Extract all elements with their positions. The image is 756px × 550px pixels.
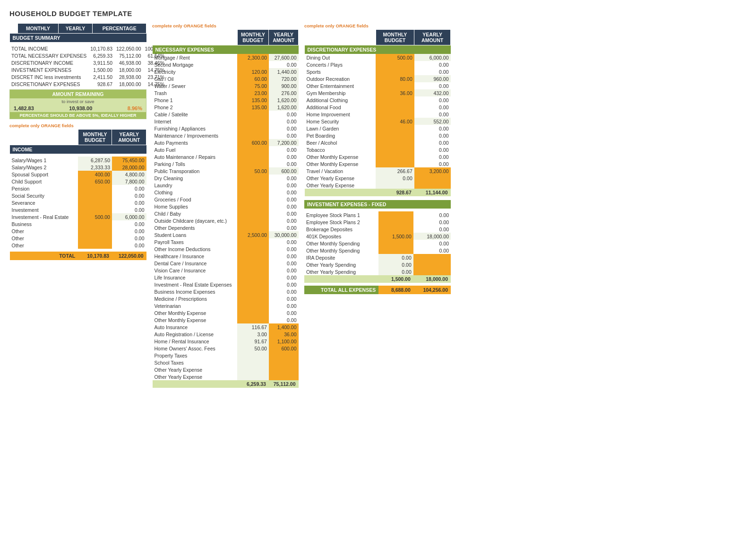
- income-row-ss: Social Security 0.00: [10, 192, 146, 199]
- main-layout: MONTHLY YEARLY PERCENTAGE BUDGET SUMMARY…: [9, 23, 747, 388]
- nec-subtotal-yearly: 75,112.00: [269, 380, 299, 388]
- income-yearly-header: YEARLYAMOUNT: [112, 130, 146, 145]
- nec-orange-highlight: ORANGE: [184, 23, 204, 28]
- remaining-box: AMOUNT REMAINING to invest or save 1,482…: [9, 89, 146, 119]
- disc-row-concerts: Concerts / Plays 0.00: [305, 61, 451, 68]
- nec-row-groceries: Groceries / Food 0.00: [153, 196, 299, 203]
- summary-row-income: TOTAL INCOME 10,170.83 122,050.00 100.00…: [9, 45, 166, 52]
- summary-income-label: TOTAL INCOME: [9, 45, 88, 52]
- income-total-row: TOTAL 10,170.83 122,050.00: [10, 252, 146, 260]
- remaining-monthly: 1,482.83: [14, 105, 34, 111]
- income-table: MONTHLYBUDGET YEARLYAMOUNT INCOME Salary…: [9, 129, 146, 260]
- summary-income-yearly: 122,050.00: [114, 45, 143, 52]
- total-all-expenses-row: TOTAL ALL EXPENSES 8,688.00 104,256.00: [304, 286, 451, 294]
- income-row-pension: Pension 0.00: [10, 185, 146, 192]
- summary-row-disc-inc: DISCRETIONARY INCOME 3,911.50 46,938.00 …: [9, 59, 166, 66]
- disc-row-tobacco: Tobacco 0.00: [305, 146, 451, 153]
- nec-row-income-ded: Other Income Deductions 0.00: [153, 245, 299, 253]
- nec-row-clothing: Clothing 0.00: [153, 189, 299, 196]
- disc-row-outdoor: Outdoor Recreation 80.00 960.00: [305, 75, 451, 82]
- income-title: INCOME: [10, 145, 146, 154]
- summary-monthly-header: MONTHLY: [18, 24, 58, 34]
- column-1: MONTHLY YEARLY PERCENTAGE BUDGET SUMMARY…: [9, 23, 146, 260]
- income-total-label: TOTAL: [10, 252, 78, 260]
- disc-row-other-yearly2: Other Yearly Expense: [305, 182, 451, 189]
- summary-row-invest: INVESTMENT EXPENSES 1,500.00 18,000.00 1…: [9, 66, 166, 73]
- income-row-salary1: Salary/Wages 1 6,287.50 75,450.00: [10, 157, 146, 164]
- income-section: complete only ORANGE fields MONTHLYBUDGE…: [9, 123, 146, 260]
- nec-row-maint: Maintenance / Improvements 0.00: [153, 132, 299, 139]
- income-row-spousal: Spousal Support 400.00 4,800.00: [10, 171, 146, 178]
- invest-row-ira: IRA Deposite 0.00: [304, 254, 451, 261]
- disc-orange-note: complete only ORANGE fields: [304, 23, 451, 28]
- nec-row-other-yearly2: Other Yearly Expense: [153, 373, 299, 380]
- income-orange-highlight: ORANGE: [41, 123, 61, 128]
- disc-row-other-yearly1: Other Yearly Expense 0.00: [305, 175, 451, 182]
- nec-row-mortgage2: Second Mortgage 0.00: [153, 61, 299, 68]
- investment-section: INVESTMENT EXPENSES - FIXED Employee Sto…: [304, 200, 451, 294]
- income-row-other1: Other 0.00: [10, 227, 146, 235]
- nec-row-cable: Cable / Satelite 0.00: [153, 111, 299, 118]
- invest-subtotal-row: 1,500.00 18,000.00: [304, 275, 451, 283]
- nec-row-school-tax: School Taxes: [153, 359, 299, 366]
- disc-row-lawn: Lawn / Garden 0.00: [305, 125, 451, 132]
- budget-summary-title: BUDGET SUMMARY: [10, 34, 146, 43]
- nec-row-autofuel: Auto Fuel 0.00: [153, 146, 299, 153]
- summary-row-discret-less: DISCRET INC less investments 2,411.50 28…: [9, 73, 166, 80]
- summary-income-monthly: 10,170.83: [88, 45, 114, 52]
- income-row-other2: Other 0.00: [10, 235, 146, 242]
- nec-row-dependents: Other Dependents 0.00: [153, 224, 299, 231]
- disc-row-security: Home Security 46.00 552.00: [305, 118, 451, 125]
- invest-row-brokerage: Brokerage Deposites 0.00: [304, 226, 451, 233]
- nec-row-laundry: Laundry 0.00: [153, 182, 299, 189]
- nec-row-other-monthly2: Other Monthly Expense 0.00: [153, 316, 299, 323]
- invest-row-other-yearly1: Other Yearly Spending 0.00: [304, 261, 451, 268]
- disc-monthly-header: MONTHLYBUDGET: [376, 30, 414, 45]
- invest-subtotal-monthly: 1,500.00: [378, 275, 413, 283]
- disc-orange-highlight: ORANGE: [336, 23, 356, 28]
- nec-row-gas: Gas / Oil 60.00 720.00: [153, 75, 299, 82]
- income-total-monthly: 10,170.83: [78, 252, 112, 260]
- nec-row-re-exp: Investment - Real Estate Expenses 0.00: [153, 281, 299, 288]
- nec-expenses-table: MONTHLYBUDGET YEARLYAMOUNT NECESSARY EXP…: [152, 29, 299, 388]
- disc-row-other-monthly1: Other Monthly Expense 0.00: [305, 153, 451, 160]
- invest-row-esp2: Employee Stock Plans 2 0.00: [304, 218, 451, 226]
- nec-row-auto-ins: Auto Insurance 116.67 1,400.00: [153, 323, 299, 331]
- nec-row-phone2: Phone 2 135.00 1,620.00: [153, 104, 299, 111]
- disc-row-add-clothing: Additional Clothing 0.00: [305, 96, 451, 104]
- total-all-expenses-label: TOTAL ALL EXPENSES: [304, 286, 378, 294]
- invest-subtotal-yearly: 18,000.00: [413, 275, 451, 283]
- nec-row-vision: Vision Care / Insurance 0.00: [153, 267, 299, 274]
- column-2: complete only ORANGE fields MONTHLYBUDGE…: [152, 23, 299, 388]
- remaining-note: PERCENTAGE SHOULD BE ABOVE 5%, IDEALLY H…: [10, 112, 146, 119]
- invest-row-esp1: Employee Stock Plans 1 0.00: [304, 211, 451, 218]
- nec-row-drycleaning: Dry Cleaning 0.00: [153, 175, 299, 182]
- nec-row-auto: Auto Payments 600.00 7,200.00: [153, 139, 299, 146]
- disc-table: MONTHLYBUDGET YEARLYAMOUNT DISCRETIONARY…: [304, 29, 451, 196]
- disc-subtotal-yearly: 11,144.00: [414, 189, 451, 196]
- remaining-header: AMOUNT REMAINING: [10, 90, 146, 98]
- nec-orange-note: complete only ORANGE fields: [152, 23, 299, 28]
- nec-row-medicine: Medicine / Prescriptions 0.00: [153, 295, 299, 302]
- remaining-sub: to invest or save: [10, 98, 146, 105]
- summary-row-disc-exp: DISCRETIONARY EXPENSES 928.67 18,000.00 …: [9, 80, 166, 87]
- disc-row-home-imp: Home Improvement 0.00: [305, 111, 451, 118]
- total-all-expenses-yearly: 104,256.00: [413, 286, 451, 294]
- disc-row-other-monthly2: Other Monthly Expense 0.00: [305, 160, 451, 167]
- income-row-salary2: Salary/Wages 2 2,333.33 28,000.00: [10, 164, 146, 171]
- income-total-yearly: 122,050.00: [112, 252, 146, 260]
- nec-subtotal-monthly: 6,259.33: [237, 380, 269, 388]
- disc-row-sports: Sports 0.00: [305, 68, 451, 75]
- nec-row-other-yearly1: Other Yearly Expense: [153, 366, 299, 373]
- nec-row-biz-exp: Business Income Expenses 0.00: [153, 288, 299, 295]
- page-title: HOUSEHOLD BUDGET TEMPLATE: [9, 9, 747, 17]
- nec-row-payroll: Payroll Taxes 0.00: [153, 238, 299, 245]
- summary-yearly-header: YEARLY: [58, 24, 93, 34]
- income-row-business: Business 0.00: [10, 220, 146, 227]
- summary-label-header: [10, 24, 18, 34]
- remaining-pct: 8.96%: [128, 105, 142, 111]
- nec-row-child-baby: Child / Baby 0.00: [153, 210, 299, 217]
- invest-row-other-yearly2: Other Yearly Spending 0.00: [304, 268, 451, 275]
- nec-row-phone1: Phone 1 135.00 1,620.00: [153, 96, 299, 104]
- nec-row-mortgage: Mortgage / Rent 2,300.00 27,600.00: [153, 54, 299, 61]
